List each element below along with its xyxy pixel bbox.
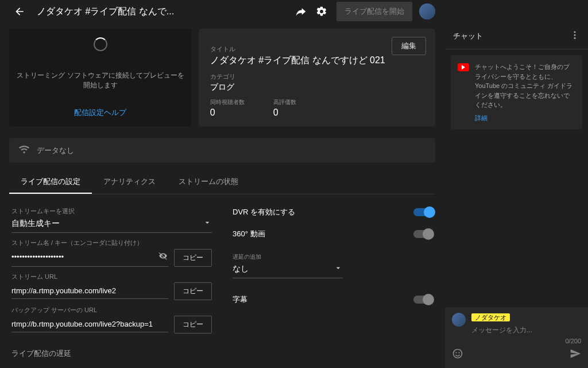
- back-button[interactable]: [9, 1, 30, 22]
- chat-avatar: [452, 313, 466, 327]
- preview-panel: ストリーミング ソフトウェアに接続してプレビューを開始します 配信設定ヘルプ: [9, 29, 192, 126]
- tabs: ライブ配信の設定 アナリティクス ストリームの状態: [9, 171, 435, 194]
- likes-count: 0: [273, 108, 296, 118]
- chat-details-link[interactable]: 詳細: [475, 113, 575, 123]
- tab-stream-status[interactable]: ストリームの状態: [167, 171, 250, 194]
- chevron-down-icon: [334, 263, 343, 274]
- stream-url-label: ストリーム URL: [11, 273, 212, 281]
- viewers-count: 0: [210, 108, 245, 118]
- preview-message: ストリーミング ソフトウェアに接続してプレビューを開始します: [15, 71, 186, 90]
- no-data-bar: データなし: [9, 138, 435, 163]
- youtube-icon: [458, 63, 469, 71]
- copy-backup-button[interactable]: コピー: [174, 316, 212, 334]
- copy-key-button[interactable]: コピー: [174, 249, 212, 267]
- chat-char-counter: 0/200: [452, 338, 581, 344]
- copy-url-button[interactable]: コピー: [174, 282, 212, 300]
- chat-header: チャット: [453, 31, 483, 41]
- dvr-toggle-label: DVR を有効にする: [233, 207, 295, 217]
- emoji-button[interactable]: [452, 348, 463, 361]
- chat-notice-text: チャットへようこそ！ご自身のプライバシーを守るとともに、YouTube のコミュ…: [475, 63, 572, 108]
- start-stream-button[interactable]: ライブ配信を開始: [336, 2, 412, 21]
- visibility-off-icon[interactable]: [158, 251, 168, 263]
- v360-toggle-label: 360° 動画: [233, 229, 265, 239]
- chat-username: ノダタケオ: [471, 313, 510, 321]
- svg-point-4: [455, 352, 457, 353]
- stream-title: ノダタケオ #ライブ配信 なんですけど 021: [210, 55, 424, 67]
- svg-point-5: [458, 352, 459, 353]
- chat-message-input[interactable]: メッセージを入力...: [471, 325, 581, 335]
- wifi-icon: [18, 144, 30, 157]
- captions-toggle-label: 字幕: [233, 294, 247, 305]
- stream-url-input[interactable]: rtmp://a.rtmp.youtube.com/live2: [11, 284, 168, 299]
- stream-key-select-label: ストリームキーを選択: [11, 207, 212, 216]
- backup-url-input[interactable]: rtmp://b.rtmp.youtube.com/live2?backup=1: [11, 317, 168, 332]
- latency-section-title: ライブ配信の遅延: [11, 348, 212, 359]
- svg-point-3: [454, 350, 462, 358]
- svg-point-1: [574, 34, 576, 36]
- stream-metadata-panel: 編集 タイトル ノダタケオ #ライブ配信 なんですけど 021 カテゴリ ブログ…: [199, 29, 435, 126]
- share-button[interactable]: [291, 1, 311, 22]
- chat-notice: チャットへようこそ！ご自身のプライバシーを守るとともに、YouTube のコミュ…: [451, 55, 582, 129]
- page-title: ノダタケオ #ライブ配信 なんで...: [37, 6, 291, 18]
- category-value: ブログ: [210, 82, 424, 93]
- category-label: カテゴリ: [210, 72, 424, 81]
- delay-value: なし: [233, 264, 249, 274]
- backup-url-value: rtmp://b.rtmp.youtube.com/live2?backup=1: [11, 320, 153, 328]
- stream-key-input[interactable]: ••••••••••••••••••••: [11, 248, 168, 267]
- settings-button[interactable]: [311, 1, 332, 22]
- stream-help-link[interactable]: 配信設定ヘルプ: [74, 108, 126, 118]
- loading-spinner-icon: [94, 37, 107, 51]
- delay-select[interactable]: なし: [233, 261, 343, 278]
- stream-key-field-label: ストリーム名 / キー（エンコーダに貼り付け）: [11, 239, 212, 247]
- v360-toggle[interactable]: [413, 230, 433, 238]
- tab-settings[interactable]: ライブ配信の設定: [9, 171, 92, 194]
- delay-label: 遅延の追加: [233, 253, 433, 261]
- chat-more-button[interactable]: [570, 30, 580, 42]
- avatar[interactable]: [419, 3, 435, 20]
- viewers-label: 同時視聴者数: [210, 98, 245, 106]
- likes-label: 高評価数: [273, 98, 296, 106]
- captions-toggle[interactable]: [413, 296, 433, 304]
- stream-key-select[interactable]: 自動生成キー: [11, 216, 212, 233]
- stream-key-masked: ••••••••••••••••••••: [11, 252, 64, 261]
- chevron-down-icon: [203, 218, 212, 229]
- svg-point-2: [574, 37, 576, 39]
- send-button[interactable]: [570, 348, 581, 361]
- backup-url-label: バックアップ サーバーの URL: [11, 306, 212, 315]
- stream-url-value: rtmp://a.rtmp.youtube.com/live2: [11, 286, 116, 295]
- edit-button[interactable]: 編集: [392, 37, 426, 55]
- svg-point-0: [574, 31, 576, 33]
- tab-analytics[interactable]: アナリティクス: [92, 171, 167, 194]
- stream-key-select-value: 自動生成キー: [11, 218, 60, 229]
- dvr-toggle[interactable]: [413, 208, 433, 216]
- no-data-text: データなし: [37, 145, 74, 156]
